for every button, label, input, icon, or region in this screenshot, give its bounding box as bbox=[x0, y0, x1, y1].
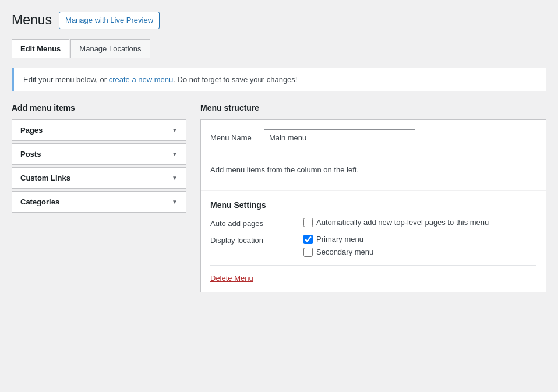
accordion-header-categories[interactable]: Categories ▼ bbox=[12, 192, 186, 212]
live-preview-button[interactable]: Manage with Live Preview bbox=[59, 12, 160, 29]
chevron-down-icon: ▼ bbox=[172, 175, 178, 181]
settings-divider bbox=[210, 265, 536, 266]
menu-hint: Add menu items from the column on the le… bbox=[201, 156, 546, 191]
accordion-label-posts: Posts bbox=[20, 150, 41, 158]
accordion-custom-links: Custom Links ▼ bbox=[12, 167, 186, 189]
tabs-container: Edit Menus Manage Locations bbox=[12, 38, 546, 58]
chevron-down-icon: ▼ bbox=[172, 127, 178, 133]
accordion-header-posts[interactable]: Posts ▼ bbox=[12, 144, 186, 164]
auto-add-pages-label: Auto add pages bbox=[210, 218, 303, 228]
menu-structure-title: Menu structure bbox=[200, 103, 546, 112]
accordion-label-custom-links: Custom Links bbox=[20, 174, 70, 182]
tab-edit-menus[interactable]: Edit Menus bbox=[12, 39, 69, 58]
accordion-label-categories: Categories bbox=[20, 197, 59, 206]
notice-text-after: . Do not forget to save your changes! bbox=[173, 75, 297, 84]
chevron-down-icon: ▼ bbox=[172, 151, 178, 157]
chevron-down-icon: ▼ bbox=[172, 199, 178, 205]
menu-structure-panel: Menu Name Add menu items from the column… bbox=[200, 119, 546, 292]
primary-menu-label: Primary menu bbox=[316, 235, 363, 243]
menu-name-input[interactable] bbox=[264, 129, 415, 146]
notice-text-before: Edit your menu below, or bbox=[23, 75, 109, 84]
add-menu-items-title: Add menu items bbox=[12, 103, 186, 112]
secondary-menu-checkbox-row: Secondary menu bbox=[303, 248, 373, 257]
auto-add-pages-checkbox-row: Automatically add new top-level pages to… bbox=[303, 218, 489, 227]
tab-manage-locations[interactable]: Manage Locations bbox=[70, 39, 150, 58]
accordion-header-pages[interactable]: Pages ▼ bbox=[12, 120, 186, 140]
right-column: Menu structure Menu Name Add menu items … bbox=[200, 103, 546, 292]
page-title: Menus bbox=[12, 12, 52, 28]
accordion-header-custom-links[interactable]: Custom Links ▼ bbox=[12, 168, 186, 188]
primary-menu-checkbox-row: Primary menu bbox=[303, 235, 373, 244]
create-new-menu-link[interactable]: create a new menu bbox=[109, 75, 174, 84]
display-location-row: Display location Primary menu Secondary … bbox=[210, 235, 536, 257]
auto-add-pages-row: Auto add pages Automatically add new top… bbox=[210, 218, 536, 228]
secondary-menu-label: Secondary menu bbox=[316, 248, 373, 256]
secondary-menu-checkbox[interactable] bbox=[303, 248, 313, 257]
display-location-controls: Primary menu Secondary menu bbox=[303, 235, 373, 257]
display-location-label: Display location bbox=[210, 235, 303, 245]
auto-add-pages-checkbox[interactable] bbox=[303, 218, 313, 227]
accordion-pages: Pages ▼ bbox=[12, 119, 186, 141]
accordion-label-pages: Pages bbox=[20, 126, 43, 135]
delete-menu-button[interactable]: Delete Menu bbox=[210, 274, 253, 282]
auto-add-pages-controls: Automatically add new top-level pages to… bbox=[303, 218, 489, 227]
menu-settings-title: Menu Settings bbox=[210, 200, 536, 210]
left-column: Add menu items Pages ▼ Posts ▼ Custom Li… bbox=[12, 103, 186, 215]
accordion-categories: Categories ▼ bbox=[12, 191, 186, 213]
menu-name-row: Menu Name bbox=[201, 120, 546, 156]
accordion-posts: Posts ▼ bbox=[12, 143, 186, 165]
menu-name-label: Menu Name bbox=[210, 133, 257, 142]
notice-bar: Edit your menu below, or create a new me… bbox=[12, 68, 546, 91]
primary-menu-checkbox[interactable] bbox=[303, 235, 313, 244]
menu-settings: Menu Settings Auto add pages Automatical… bbox=[201, 191, 546, 292]
auto-add-pages-checkbox-label: Automatically add new top-level pages to… bbox=[316, 218, 489, 227]
